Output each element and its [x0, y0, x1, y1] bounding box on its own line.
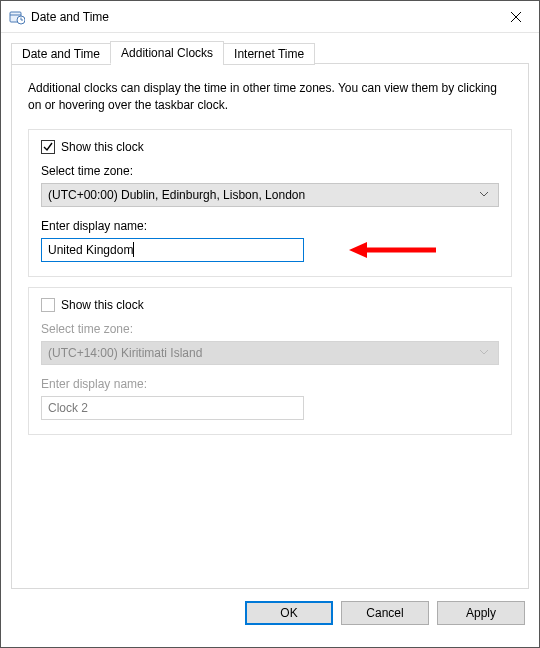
chevron-down-icon — [476, 192, 492, 198]
titlebar: Date and Time — [1, 1, 539, 33]
close-button[interactable] — [493, 1, 539, 33]
text-caret — [133, 242, 134, 257]
tab-label: Additional Clocks — [121, 46, 213, 60]
clock1-timezone-label: Select time zone: — [41, 164, 499, 178]
tab-panel-additional-clocks: Additional clocks can display the time i… — [11, 63, 529, 589]
description-text: Additional clocks can display the time i… — [28, 80, 512, 115]
window-title: Date and Time — [31, 10, 493, 24]
clock2-show-label: Show this clock — [61, 298, 144, 312]
close-icon — [511, 12, 521, 22]
clock1-show-checkbox[interactable] — [41, 140, 55, 154]
clock2-timezone-value: (UTC+14:00) Kiritimati Island — [48, 346, 476, 360]
tab-internet-time[interactable]: Internet Time — [223, 43, 315, 65]
clock1-show-label: Show this clock — [61, 140, 144, 154]
clock2-show-checkbox-row: Show this clock — [41, 298, 499, 312]
ok-button[interactable]: OK — [245, 601, 333, 625]
tab-label: Internet Time — [234, 47, 304, 61]
clock1-displayname-label: Enter display name: — [41, 219, 499, 233]
button-label: Cancel — [366, 606, 403, 620]
checkmark-icon — [43, 142, 53, 152]
tab-strip: Date and Time Additional Clocks Internet… — [11, 41, 529, 64]
cancel-button[interactable]: Cancel — [341, 601, 429, 625]
clock1-displayname-value: United Kingdom — [48, 243, 133, 257]
date-time-icon — [9, 9, 25, 25]
clock1-group: Show this clock Select time zone: (UTC+0… — [28, 129, 512, 277]
clock1-show-checkbox-row: Show this clock — [41, 140, 499, 154]
callout-arrow-icon — [341, 238, 441, 262]
svg-marker-8 — [349, 242, 367, 258]
clock1-displayname-input[interactable]: United Kingdom — [41, 238, 304, 262]
button-label: Apply — [466, 606, 496, 620]
chevron-down-icon — [476, 350, 492, 356]
clock2-group: Show this clock Select time zone: (UTC+1… — [28, 287, 512, 435]
button-label: OK — [280, 606, 297, 620]
clock2-timezone-dropdown: (UTC+14:00) Kiritimati Island — [41, 341, 499, 365]
apply-button[interactable]: Apply — [437, 601, 525, 625]
tab-additional-clocks[interactable]: Additional Clocks — [110, 41, 224, 64]
clock2-displayname-label: Enter display name: — [41, 377, 499, 391]
clock2-displayname-value: Clock 2 — [48, 401, 88, 415]
dialog-button-bar: OK Cancel Apply — [11, 589, 529, 637]
clock2-timezone-label: Select time zone: — [41, 322, 499, 336]
client-area: Date and Time Additional Clocks Internet… — [1, 33, 539, 647]
clock2-displayname-input: Clock 2 — [41, 396, 304, 420]
clock1-timezone-value: (UTC+00:00) Dublin, Edinburgh, Lisbon, L… — [48, 188, 476, 202]
tab-date-and-time[interactable]: Date and Time — [11, 43, 111, 65]
tab-label: Date and Time — [22, 47, 100, 61]
clock1-timezone-dropdown[interactable]: (UTC+00:00) Dublin, Edinburgh, Lisbon, L… — [41, 183, 499, 207]
dialog-window: Date and Time Date and Time Additional C… — [0, 0, 540, 648]
clock2-show-checkbox[interactable] — [41, 298, 55, 312]
